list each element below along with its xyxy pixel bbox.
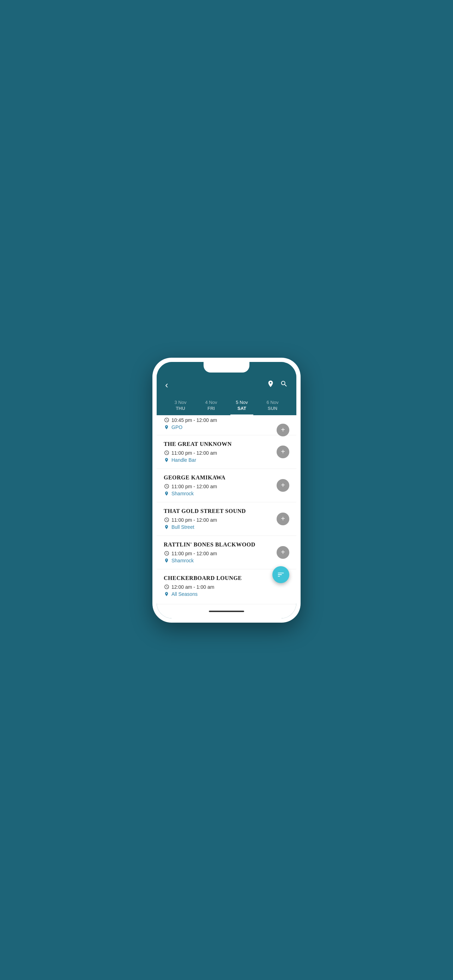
add-button-the-great-unknown[interactable]: + bbox=[277, 445, 289, 458]
event-title-george-kamikawa: GEORGE KAMIKAWA bbox=[164, 474, 289, 481]
event-time-that-gold-street-sound: 11:00 pm - 12:00 am bbox=[164, 517, 289, 523]
clock-icon-3 bbox=[164, 517, 169, 523]
tab-fri[interactable]: 4 Nov FRI bbox=[200, 398, 223, 415]
event-time-george-kamikawa: 11:00 pm - 12:00 am bbox=[164, 484, 289, 489]
event-item-george-kamikawa: GEORGE KAMIKAWA 11:00 pm - 12:00 am bbox=[157, 469, 296, 502]
clock-icon-1 bbox=[164, 450, 169, 456]
event-time-checkerboard-lounge: 12:00 am - 1:00 am bbox=[164, 584, 289, 590]
event-item-that-gold-street-sound: THAT GOLD STREET SOUND 11:00 pm - 12:00 … bbox=[157, 502, 296, 536]
event-item-rattlin-bones-blackwood: RATTLIN' BONES BLACKWOOD 11:00 pm - 12:0… bbox=[157, 536, 296, 570]
header-icons bbox=[267, 380, 288, 390]
pin-icon-1 bbox=[164, 457, 169, 463]
partial-event-location: GPO bbox=[164, 425, 289, 430]
event-location-rattlin-bones-blackwood: Shamrock bbox=[164, 558, 289, 563]
tab-sat[interactable]: 5 Nov SAT bbox=[230, 398, 254, 415]
venue-link-rattlin-bones-blackwood[interactable]: Shamrock bbox=[172, 558, 194, 563]
venue-link-george-kamikawa[interactable]: Shamrock bbox=[172, 491, 194, 496]
venue-link-checkerboard-lounge[interactable]: All Seasons bbox=[172, 591, 197, 597]
clock-icon-4 bbox=[164, 550, 169, 556]
header-nav: ‹ bbox=[165, 380, 288, 395]
phone-screen: ‹ 3 Nov bbox=[157, 362, 296, 619]
tab-sun[interactable]: 6 Nov SUN bbox=[261, 398, 285, 415]
clock-icon-5 bbox=[164, 584, 169, 590]
pin-icon-3 bbox=[164, 524, 169, 530]
event-location-that-gold-street-sound: Bull Street bbox=[164, 524, 289, 530]
event-title-that-gold-street-sound: THAT GOLD STREET SOUND bbox=[164, 508, 289, 514]
phone-frame: ‹ 3 Nov bbox=[153, 358, 300, 623]
pin-icon-5 bbox=[164, 591, 169, 597]
event-title-the-great-unknown: THE GREAT UNKNOWN bbox=[164, 441, 289, 447]
back-button[interactable]: ‹ bbox=[165, 380, 168, 391]
partial-event-time: 10:45 pm - 12:00 am bbox=[164, 417, 289, 423]
partial-event-item: 10:45 pm - 12:00 am GPO + bbox=[157, 415, 296, 435]
venue-link-the-great-unknown[interactable]: Handle Bar bbox=[172, 457, 196, 463]
pin-icon bbox=[164, 425, 169, 430]
home-indicator bbox=[157, 604, 296, 619]
add-button-george-kamikawa[interactable]: + bbox=[277, 479, 289, 492]
clock-icon bbox=[164, 417, 169, 423]
search-icon[interactable] bbox=[280, 380, 288, 390]
event-title-checkerboard-lounge: CHECKERBOARD LOUNGE bbox=[164, 575, 289, 581]
partial-venue-link[interactable]: GPO bbox=[172, 425, 183, 430]
tab-thu[interactable]: 3 Nov THU bbox=[169, 398, 192, 415]
event-title-rattlin-bones-blackwood: RATTLIN' BONES BLACKWOOD bbox=[164, 541, 289, 548]
date-tabs: 3 Nov THU 4 Nov FRI 5 Nov SAT 6 Nov SUN bbox=[165, 395, 288, 415]
filter-fab-button[interactable] bbox=[272, 566, 289, 583]
event-location-the-great-unknown: Handle Bar bbox=[164, 457, 289, 463]
add-button-that-gold-street-sound[interactable]: + bbox=[277, 512, 289, 525]
pin-icon-4 bbox=[164, 558, 169, 563]
venue-link-that-gold-street-sound[interactable]: Bull Street bbox=[172, 524, 194, 530]
event-item-the-great-unknown: THE GREAT UNKNOWN 11:00 pm - 12:00 am bbox=[157, 435, 296, 469]
location-icon[interactable] bbox=[267, 380, 275, 390]
event-time-the-great-unknown: 11:00 pm - 12:00 am bbox=[164, 450, 289, 456]
content-area: 10:45 pm - 12:00 am GPO + THE GREAT UNKN… bbox=[157, 415, 296, 604]
add-button-rattlin-bones-blackwood[interactable]: + bbox=[277, 546, 289, 559]
event-location-george-kamikawa: Shamrock bbox=[164, 491, 289, 496]
home-bar bbox=[209, 611, 244, 612]
pin-icon-2 bbox=[164, 491, 169, 496]
event-location-checkerboard-lounge: All Seasons bbox=[164, 591, 289, 597]
phone-notch bbox=[203, 362, 250, 372]
event-time-rattlin-bones-blackwood: 11:00 pm - 12:00 am bbox=[164, 550, 289, 556]
partial-add-button[interactable]: + bbox=[277, 424, 289, 436]
clock-icon-2 bbox=[164, 484, 169, 489]
